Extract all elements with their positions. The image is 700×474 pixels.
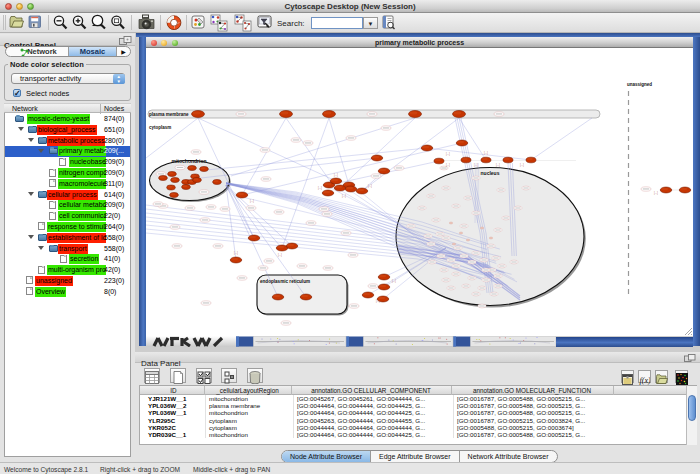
svg-text:endoplasmic reticulum: endoplasmic reticulum (260, 279, 310, 284)
svg-text:[...]: [...] (484, 151, 488, 155)
svg-text:mitochondrion: mitochondrion (172, 158, 207, 164)
svg-text:[...]: [...] (496, 163, 500, 167)
svg-text:[...]: [...] (368, 184, 372, 188)
svg-text:f(x): f(x) (640, 376, 651, 385)
svg-text:[...]: [...] (342, 194, 346, 198)
svg-text:[...]: [...] (334, 173, 338, 177)
svg-text:[...]: [...] (234, 251, 238, 255)
svg-text:cytoplasm: cytoplasm (149, 125, 171, 130)
svg-text:[...]: [...] (250, 199, 254, 203)
svg-text:[...]: [...] (318, 186, 322, 190)
svg-text:nucleus: nucleus (481, 170, 500, 176)
svg-text:[...]: [...] (446, 163, 450, 167)
svg-text:[...]: [...] (392, 279, 396, 283)
svg-text:unassigned: unassigned (627, 82, 652, 87)
svg-text:[...]: [...] (376, 299, 380, 303)
svg-text:plasma membrane: plasma membrane (149, 112, 189, 117)
svg-text:[...]: [...] (278, 253, 282, 257)
svg-text:[...]: [...] (446, 152, 450, 156)
svg-text:[...]: [...] (654, 191, 658, 195)
svg-text:[...]: [...] (474, 163, 478, 167)
svg-text:[...]: [...] (520, 163, 524, 167)
